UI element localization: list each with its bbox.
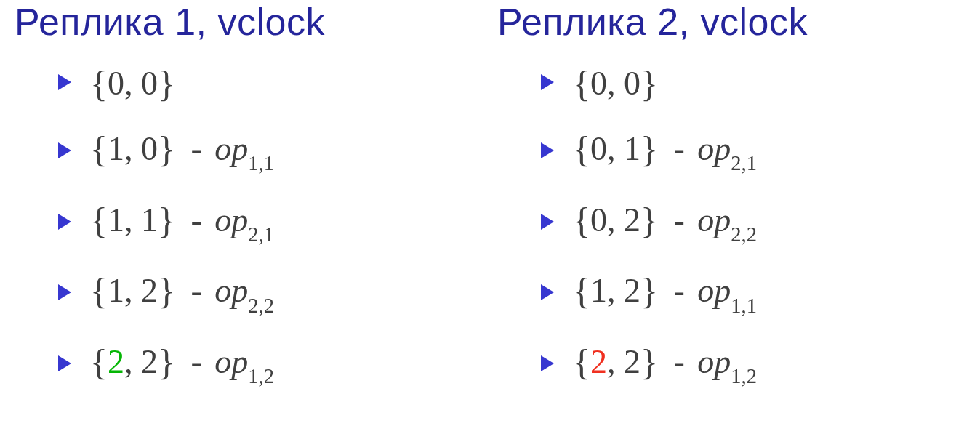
column-replica-1: Реплика 1, vclock {0, 0} {1, 0} - op1,1 … [7,0,490,426]
vector-clock: {0, 0} [573,64,658,100]
triangle-bullet-icon [58,214,71,230]
list-item: {2, 2} - op1,2 [541,342,965,385]
op-label: op1,1 [697,272,757,309]
list-item: {1, 1} - op2,1 [58,201,483,243]
list-item: {0, 2} - op2,2 [541,201,965,243]
op-label: op1,2 [697,343,757,380]
list-item: {1, 2} - op2,2 [58,271,483,313]
vector-clock: {1, 0} - op1,1 [90,129,274,172]
op-label: op2,2 [697,201,757,238]
op-label: op1,2 [214,343,274,380]
vector-clock: {0, 1} - op2,1 [573,129,757,172]
triangle-bullet-icon [541,355,554,371]
vector-clock: {0, 2} - op2,2 [573,201,757,243]
op-label: op1,1 [214,130,274,167]
vector-clock: {0, 0} [90,64,175,100]
op-label: op2,1 [214,201,274,238]
list-replica-1: {0, 0} {1, 0} - op1,1 {1, 1} - op2,1 {1,… [15,64,483,385]
vector-clock: {1, 1} - op2,1 [90,201,274,243]
triangle-bullet-icon [541,142,554,158]
triangle-bullet-icon [541,74,554,90]
list-replica-2: {0, 0} {0, 1} - op2,1 {0, 2} - op2,2 {1,… [497,64,965,385]
vector-clock: {2, 2} - op1,2 [573,342,757,385]
triangle-bullet-icon [58,284,71,300]
op-label: op2,1 [697,130,757,167]
slide: Реплика 1, vclock {0, 0} {1, 0} - op1,1 … [0,0,980,426]
vector-clock: {2, 2} - op1,2 [90,342,274,385]
triangle-bullet-icon [58,74,71,90]
heading-replica-2: Реплика 2, vclock [497,0,965,44]
heading-replica-1: Реплика 1, vclock [15,0,483,44]
triangle-bullet-icon [541,214,554,230]
list-item: {1, 2} - op1,1 [541,271,965,313]
triangle-bullet-icon [58,355,71,371]
op-label: op2,2 [214,272,274,309]
list-item: {1, 0} - op1,1 [58,129,483,172]
list-item: {0, 0} [541,64,965,100]
triangle-bullet-icon [541,284,554,300]
vector-clock: {1, 2} - op2,2 [90,271,274,313]
list-item: {0, 1} - op2,1 [541,129,965,172]
list-item: {2, 2} - op1,2 [58,342,483,385]
column-replica-2: Реплика 2, vclock {0, 0} {0, 1} - op2,1 … [490,0,973,426]
list-item: {0, 0} [58,64,483,100]
vector-clock: {1, 2} - op1,1 [573,271,757,313]
triangle-bullet-icon [58,142,71,158]
